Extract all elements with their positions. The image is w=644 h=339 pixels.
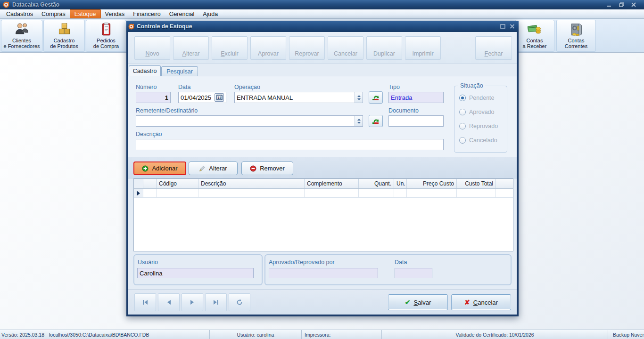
documento-label: Documento bbox=[388, 107, 419, 114]
nav-prev-button[interactable] bbox=[158, 293, 180, 311]
pencil-icon bbox=[199, 165, 206, 172]
dialog-titlebar: Controle de Estoque bbox=[126, 21, 519, 32]
tab-page-cadastro: Número Data Operação Tipo 1 01/04/2025 1… bbox=[128, 76, 517, 157]
controle-de-estoque-dialog: Controle de Estoque Novo Alterar Excluir… bbox=[126, 21, 519, 316]
clipboard-icon bbox=[98, 22, 114, 37]
grid-empty-row[interactable] bbox=[134, 189, 513, 198]
money-icon bbox=[527, 22, 543, 37]
x-icon: ✘ bbox=[464, 299, 470, 306]
grid-col-descricao: Descrição bbox=[198, 179, 305, 188]
refresh-icon bbox=[236, 299, 243, 306]
alterar-button[interactable]: Alterar bbox=[173, 36, 209, 60]
tab-pesquisar[interactable]: Pesquisar bbox=[161, 66, 198, 76]
status-certificado: Validade do Certificado: 10/01/2026 bbox=[382, 330, 608, 339]
operacao-combo[interactable]: ENTRADA MANUAL bbox=[234, 92, 363, 103]
status-impressora: Impressora: bbox=[302, 330, 382, 339]
menu-cadastros[interactable]: Cadastros bbox=[2, 9, 37, 18]
menu-vendas[interactable]: Vendas bbox=[101, 9, 129, 18]
cancelar-button[interactable]: ✘ Cancelar bbox=[451, 294, 511, 310]
dialog-close-icon[interactable] bbox=[510, 22, 515, 31]
descricao-label: Descrição bbox=[136, 131, 162, 137]
menu-compras[interactable]: Compras bbox=[37, 9, 70, 18]
menu-gerencial[interactable]: Gerencial bbox=[165, 9, 199, 18]
toolbar-cadastro-produtos-button[interactable]: Cadastro de Produtos bbox=[43, 20, 85, 52]
grid-col-codigo: Código bbox=[157, 179, 198, 188]
alterar-item-button[interactable]: Alterar bbox=[189, 161, 238, 175]
nav-last-button[interactable] bbox=[205, 293, 227, 311]
radio-icon bbox=[459, 109, 466, 115]
remover-button[interactable]: Remover bbox=[241, 161, 293, 175]
toolbar-contas-receber-button[interactable]: Contas a Receber bbox=[515, 20, 554, 52]
first-record-icon bbox=[142, 299, 149, 305]
boxes-icon bbox=[56, 22, 72, 37]
toolbar-contas-correntes-button[interactable]: Contas Correntes bbox=[556, 20, 596, 52]
radio-reprovado[interactable]: Reprovado bbox=[459, 123, 498, 129]
last-record-icon bbox=[213, 299, 219, 305]
remetente-combo[interactable] bbox=[136, 115, 363, 127]
dialog-record-toolbar: Novo Alterar Excluir Aprovar Reprovar Ca… bbox=[128, 32, 517, 64]
salvar-button[interactable]: ✔ Salvar bbox=[388, 294, 448, 310]
nav-first-button[interactable] bbox=[134, 293, 156, 311]
nav-next-button[interactable] bbox=[182, 293, 203, 311]
excluir-button[interactable]: Excluir bbox=[212, 36, 248, 60]
items-grid[interactable]: Código Descrição Complemento Quant. Un. … bbox=[133, 178, 513, 251]
desktop-root: Datacaixa Gestão Cadastros Compras Estoq… bbox=[0, 0, 644, 339]
remetente-lookup-button[interactable] bbox=[369, 115, 383, 127]
status-versao: Versão: 2025.03.18 bbox=[0, 330, 46, 339]
fechar-button[interactable]: Fechar bbox=[475, 36, 512, 60]
close-icon[interactable] bbox=[630, 2, 637, 8]
aprovacao-groupbox: Aprovado/Reprovado por Data bbox=[264, 254, 512, 285]
grid-col-custo-total: Custo Total bbox=[457, 179, 496, 188]
status-usuario: Usuário: carolina bbox=[210, 330, 302, 339]
reprovar-button[interactable]: Reprovar bbox=[289, 36, 325, 60]
menu-financeiro[interactable]: Financeiro bbox=[129, 9, 165, 18]
aprovar-button[interactable]: Aprovar bbox=[250, 36, 286, 60]
status-database: localhost/3050:C:\Datacaixa\BD\BANCO.FDB bbox=[46, 330, 210, 339]
radio-cancelado[interactable]: Cancelado bbox=[459, 137, 497, 144]
menu-estoque[interactable]: Estoque bbox=[70, 9, 101, 18]
grid-indicator-header bbox=[134, 179, 143, 188]
tab-cadastro[interactable]: Cadastro bbox=[129, 65, 161, 76]
toolbar-clientes-fornecedores-button[interactable]: Clientes e Fornecedores bbox=[1, 20, 42, 52]
nav-refresh-button[interactable] bbox=[229, 293, 250, 311]
check-icon: ✔ bbox=[405, 299, 411, 306]
toolbar-button-label: Clientes e Fornecedores bbox=[3, 38, 40, 49]
statusbar: Versão: 2025.03.18 localhost/3050:C:\Dat… bbox=[0, 330, 644, 339]
radio-icon bbox=[459, 123, 466, 129]
novo-button[interactable]: Novo bbox=[134, 36, 170, 60]
documento-field[interactable] bbox=[388, 115, 444, 127]
dialog-maximize-icon[interactable] bbox=[500, 22, 505, 31]
minimize-icon[interactable] bbox=[605, 2, 613, 8]
data-label: Data bbox=[178, 84, 190, 90]
toolbar-button-label: Cadastro de Produtos bbox=[50, 38, 78, 49]
radio-pendente[interactable]: Pendente bbox=[459, 95, 495, 101]
radio-selected-icon bbox=[459, 95, 466, 101]
window-controls bbox=[605, 2, 641, 8]
aprovado-por-label: Aprovado/Reprovado por bbox=[269, 259, 335, 266]
dialog-title: Controle de Estoque bbox=[137, 23, 192, 30]
operacao-lookup-button[interactable] bbox=[369, 91, 383, 104]
radio-aprovado[interactable]: Aprovado bbox=[459, 109, 495, 115]
goto-arrow-icon bbox=[372, 94, 380, 101]
cancelar-registro-button[interactable]: Cancelar bbox=[328, 36, 363, 60]
spinner-icon[interactable] bbox=[355, 92, 363, 103]
toolbar-pedidos-compra-button[interactable]: Pedidos de Compra bbox=[86, 20, 126, 52]
spinner-icon[interactable] bbox=[355, 116, 363, 126]
numero-field: 1 bbox=[136, 92, 171, 103]
radio-icon bbox=[459, 137, 466, 144]
descricao-field[interactable] bbox=[136, 139, 444, 150]
prev-record-icon bbox=[166, 299, 171, 305]
imprimir-button[interactable]: Imprimir bbox=[405, 36, 441, 60]
duplicar-button[interactable]: Duplicar bbox=[366, 36, 402, 60]
grid-col-preco-custo: Preço Custo bbox=[407, 179, 457, 188]
status-backup[interactable]: Backup Nuvem bbox=[608, 330, 644, 339]
app-title: Datacaixa Gestão bbox=[12, 1, 59, 8]
restore-icon[interactable] bbox=[618, 2, 625, 8]
adicionar-button[interactable]: Adicionar bbox=[133, 161, 186, 175]
aprovado-por-field bbox=[269, 268, 378, 278]
tab-divider bbox=[128, 76, 517, 76]
menu-ajuda[interactable]: Ajuda bbox=[198, 9, 222, 18]
usuario-groupbox: Usuário Carolina bbox=[133, 254, 263, 285]
data-field[interactable]: 01/04/2025 15 bbox=[178, 92, 226, 103]
calendar-icon[interactable]: 15 bbox=[215, 93, 224, 102]
